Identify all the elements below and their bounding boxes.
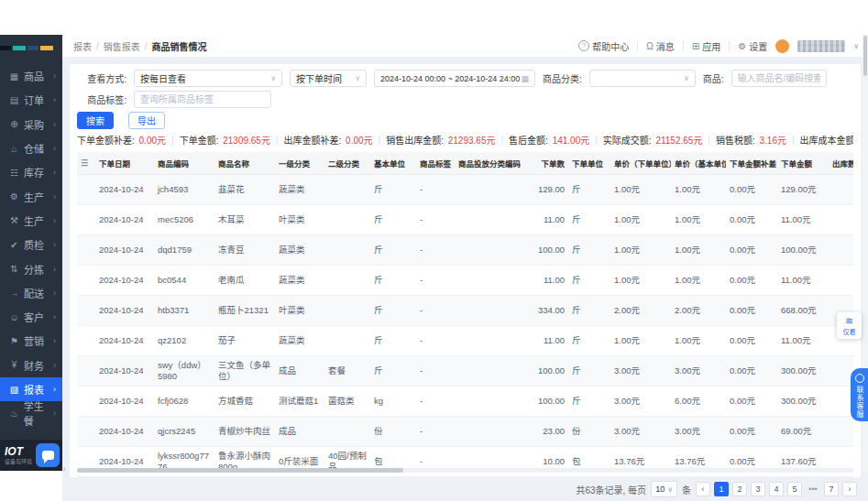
table-row[interactable]: 2024-10-24dqd1759冻青豆蔬菜类斤-100.00斤1.00元1.0… (77, 235, 853, 266)
column-config-header[interactable]: ☰ (77, 152, 95, 175)
summary-stats: 下单金额补差: 0.00元|下单金额: 21309.65元|出库金额补差: 0.… (77, 133, 853, 147)
table-cell: qz2102 (154, 326, 214, 356)
production2-icon: ⚒ (8, 215, 20, 225)
table-row[interactable]: 2024-10-24fcfj0628方城香菇测试蘑菇1菌菇类kg-100.00斤… (77, 387, 853, 417)
category-select[interactable]: ∨ (589, 70, 696, 87)
sidebar-item-12[interactable]: ⚑营销› (0, 329, 62, 353)
scrollbar-thumb[interactable] (77, 468, 403, 473)
table-row[interactable]: 2024-10-24htb3371瓶茄卜21321叶菜类斤-334.00斤2.0… (77, 296, 853, 326)
iot-panel[interactable]: IOT 设备与环境 (0, 440, 62, 471)
scroll-left-arrow[interactable]: ‹ (63, 464, 66, 474)
breadcrumb-item-reports[interactable]: 报表 (73, 39, 92, 53)
table-cell: 100.00 (528, 387, 568, 417)
column-header[interactable]: 下单单位 (568, 152, 610, 175)
table-cell: - (416, 235, 455, 266)
apps-label: 应用 (702, 39, 720, 53)
column-settings-icon[interactable]: ☰ (81, 158, 88, 168)
sidebar-item-8[interactable]: ✔质检› (0, 233, 62, 256)
sidebar-item-15[interactable]: ♨学生餐› (0, 401, 62, 425)
table-cell (324, 175, 370, 205)
column-header[interactable]: 一级分类 (275, 152, 324, 175)
summary-item: 销售出库金额: 21293.65元 (386, 133, 495, 147)
table-row[interactable]: 2024-10-24bc0544老南瓜蔬菜类斤-11.00斤1.00元1.00元… (77, 266, 853, 296)
export-button[interactable]: 导出 (128, 112, 165, 129)
table-row[interactable]: 2024-10-24mec5206木耳菜叶菜类斤-11.00斤1.00元1.00… (77, 205, 853, 235)
column-header[interactable]: 单价（基本单位） (671, 152, 726, 175)
breadcrumb-item-sales-reports[interactable]: 销售报表 (104, 39, 140, 53)
sidebar-item-2[interactable]: ▤订单› (0, 88, 62, 112)
sidebar-item-label: 仓储 (24, 141, 44, 156)
sidebar-item-10[interactable]: →配送› (0, 281, 62, 305)
page-button-3[interactable]: 3 (751, 482, 765, 496)
column-header[interactable]: 商品编码 (154, 152, 214, 175)
sidebar-item-11[interactable]: ☺客户› (0, 305, 62, 329)
float-mini-widget[interactable]: ≋ 仅看 (837, 312, 862, 339)
page-size-select[interactable]: 10 ∨ (651, 481, 677, 497)
table-cell: 334.00 (528, 296, 568, 326)
goods-search-input[interactable] (731, 70, 827, 87)
column-header[interactable]: 商品投放分类编码 (455, 152, 528, 175)
page-button-4[interactable]: 4 (769, 482, 784, 496)
sidebar-item-4[interactable]: ⌂仓储› (0, 136, 62, 160)
sidebar-item-6[interactable]: ⚙生产› (0, 184, 62, 208)
horizontal-scrollbar[interactable] (77, 468, 853, 473)
column-header[interactable]: 基本单位 (370, 152, 416, 175)
sidebar-item-3[interactable]: ⊕采购› (0, 113, 62, 136)
apps-button[interactable]: ⊞ 应用 (692, 39, 720, 53)
page-button-7[interactable]: 7 (824, 482, 839, 496)
table-cell: 3.00元 (671, 417, 726, 447)
sidebar-item-label: 生产 (24, 190, 44, 204)
table-cell: 套餐 (324, 356, 370, 387)
column-header[interactable]: 商品标签 (416, 152, 455, 175)
chevron-down-icon[interactable]: ∨ (853, 42, 859, 50)
column-header[interactable]: 单价（下单单位）ⓘ (610, 152, 671, 175)
sidebar-item-label: 配送 (24, 286, 44, 300)
view-mode-select[interactable]: 按每日查看 ∨ (134, 70, 282, 87)
page-button-5[interactable]: 5 (787, 482, 802, 496)
column-header[interactable]: 下单金额补差ⓘ (726, 152, 777, 175)
page-button-1[interactable]: 1 (714, 482, 729, 496)
avatar[interactable] (775, 39, 789, 53)
column-header[interactable]: 下单日期 (95, 152, 154, 175)
sidebar-item-5[interactable]: ☷库存› (0, 160, 62, 184)
settings-button[interactable]: ⚙ 设置 (738, 39, 767, 53)
column-header[interactable]: 出库数（基本单位） (829, 152, 853, 175)
sidebar-item-7[interactable]: ⚒生产› (0, 209, 62, 233)
page-button-2[interactable]: 2 (732, 482, 747, 496)
column-header[interactable]: 商品名称 (214, 152, 275, 175)
sidebar-item-1[interactable]: ▦商品› (0, 64, 62, 88)
iot-chat-button[interactable] (36, 443, 60, 467)
table-cell: 0.00元 (726, 387, 777, 417)
table-row[interactable]: 2024-10-24swy（ddw）5980三文鱼（多单位）成品套餐斤-100.… (77, 356, 853, 387)
contact-service-button[interactable]: 联系客服 (851, 368, 868, 421)
summary-item: 下单金额补差: 0.00元 (77, 133, 166, 147)
table-row[interactable]: 2024-10-24jch4593韭菜花蔬菜类斤-129.00斤1.00元1.0… (77, 175, 853, 205)
help-center-button[interactable]: ? 帮助中心 (578, 39, 629, 53)
table-row[interactable]: 2024-10-24qz2102茄子蔬菜类斤-11.00斤1.00元1.00元0… (77, 326, 853, 356)
logo-bar-navy (27, 46, 38, 50)
help-label: 帮助中心 (592, 39, 629, 53)
date-range-input[interactable]: 2024-10-24 00:00 ~ 2024-10-24 24:00 ▦ (374, 70, 535, 87)
next-page-button[interactable]: › (842, 482, 857, 496)
main-content: 查看方式: 按每日查看 ∨ 按下单时间 ∨ 2024-10-24 00:00 ~… (62, 57, 868, 501)
table-cell: 1.00元 (671, 326, 726, 356)
table-cell: qjcrs2245 (154, 417, 214, 447)
table-cell: 瓶茄卜21321 (214, 296, 275, 326)
tag-search-input[interactable] (134, 91, 271, 108)
sidebar-item-14[interactable]: ▨报表› (0, 377, 62, 401)
table-row[interactable]: 2024-10-24qjcrs2245青椒炒牛肉丝成品份-23.00份3.00元… (77, 417, 853, 447)
chevron-right-icon: › (53, 408, 56, 418)
prev-page-button[interactable]: ‹ (696, 482, 710, 496)
messages-button[interactable]: Ω 消息 (646, 39, 674, 53)
sidebar-item-13[interactable]: ¥财务› (0, 354, 62, 377)
column-header[interactable]: 下单金额 (777, 152, 829, 175)
column-header[interactable]: 下单数 (528, 152, 568, 175)
search-button[interactable]: 搜索 (77, 112, 114, 129)
sidebar-item-9[interactable]: ⇅分拣› (0, 256, 62, 280)
summary-item: 出库成本金额: 14.83元 (800, 133, 853, 147)
scrollbar-thumb[interactable] (863, 36, 867, 76)
time-type-select[interactable]: 按下单时间 ∨ (290, 70, 367, 87)
chevron-right-icon: › (53, 95, 56, 104)
column-header[interactable]: 二级分类 (324, 152, 370, 175)
table-cell (324, 417, 370, 447)
